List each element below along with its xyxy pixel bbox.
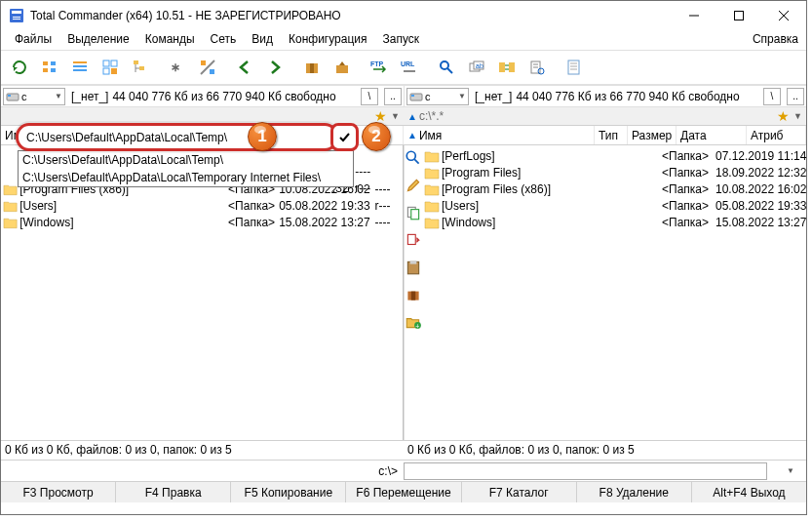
address-input-value: C:\Users\Default\AppData\Local\Temp\ (26, 131, 227, 144)
file-row[interactable]: [Program Files]<Папка>18.09.2022 12:32r-… (422, 164, 806, 180)
view-brief-icon[interactable] (35, 53, 64, 82)
svg-rect-27 (310, 63, 314, 73)
search-icon[interactable] (405, 149, 422, 167)
address-input-highlighted[interactable]: C:\Users\Default\AppData\Local\Temp\ (16, 123, 338, 151)
annotation-badge-2: 2 (362, 122, 391, 151)
svg-point-50 (406, 151, 415, 160)
new-folder-icon[interactable]: + (405, 313, 422, 331)
right-pathbar[interactable]: ▲ c:\*.* ★ ▼ (404, 106, 806, 126)
search-icon[interactable] (432, 53, 461, 82)
minimize-button[interactable] (672, 1, 716, 30)
svg-rect-18 (111, 68, 117, 74)
file-name: [Users] (442, 199, 635, 213)
forward-icon[interactable] (260, 53, 290, 82)
col-type[interactable]: Тип (595, 126, 628, 144)
dropdown-item[interactable]: C:\Users\Default\AppData\Local\Temporary… (19, 169, 353, 186)
fn-altf4[interactable]: Alt+F4 Выход (692, 482, 806, 502)
right-drive-letter: c (425, 91, 431, 102)
pack-icon[interactable] (405, 286, 422, 303)
menu-launch[interactable]: Запуск (375, 30, 428, 50)
left-drive-combo[interactable]: c ▼ (3, 88, 65, 105)
col-attr[interactable]: Атриб (747, 126, 806, 144)
file-row[interactable]: [Windows]<Папка>15.08.2022 13:27---- (1, 214, 403, 230)
url-icon[interactable]: URL (395, 53, 424, 82)
left-root-button[interactable]: \ (361, 88, 378, 105)
menu-help[interactable]: Справка (745, 30, 806, 50)
chevron-down-icon[interactable]: ▼ (793, 111, 802, 121)
right-up-button[interactable]: .. (787, 88, 804, 105)
file-row[interactable]: [Program Files (x86)]<Папка>10.08.2022 1… (422, 180, 806, 197)
left-drivebar: c ▼ [_нет_] 44 040 776 Кб из 66 770 940 … (1, 85, 404, 106)
right-root-button[interactable]: \ (763, 88, 781, 105)
copy-icon[interactable] (405, 204, 422, 221)
address-dropdown[interactable]: C:\Users\Default\AppData\Local\Temp\ C:\… (18, 150, 354, 187)
unpack-icon[interactable] (328, 53, 357, 82)
col-name[interactable]: ▲Имя (404, 126, 595, 144)
menu-config[interactable]: Конфигурация (281, 30, 375, 50)
edit-icon[interactable] (405, 177, 422, 194)
refresh-icon[interactable] (5, 53, 34, 82)
clipboard-icon[interactable] (405, 259, 422, 276)
menu-view[interactable]: Вид (244, 30, 281, 50)
svg-rect-56 (410, 260, 417, 263)
file-date: 15.08.2022 13:27 (715, 216, 806, 229)
address-confirm-checkbox[interactable] (330, 123, 359, 151)
file-date: 18.09.2022 12:32 (715, 166, 806, 180)
file-row[interactable]: [PerfLogs]<Папка>07.12.2019 11:14---- (422, 147, 806, 164)
fn-f3[interactable]: F3 Просмотр (1, 482, 116, 502)
back-icon[interactable] (230, 53, 259, 82)
dropdown-item[interactable]: C:\Users\Default\AppData\Local\Temp\ (19, 151, 353, 169)
col-date[interactable]: Дата (677, 126, 747, 144)
right-pane[interactable]: [PerfLogs]<Папка>07.12.2019 11:14----[Pr… (422, 145, 806, 440)
star-icon[interactable]: ★ (777, 108, 790, 124)
left-up-button[interactable]: .. (384, 88, 402, 105)
invert-icon[interactable] (193, 53, 222, 82)
ftp-icon[interactable]: FTP (365, 53, 394, 82)
move-icon[interactable] (405, 231, 422, 249)
copy-names-icon[interactable] (522, 53, 552, 82)
view-thumbs-icon[interactable] (96, 53, 125, 82)
menu-commands[interactable]: Команды (137, 30, 203, 50)
file-size: <Папка> (662, 216, 715, 229)
chevron-down-icon[interactable]: ▼ (391, 111, 400, 121)
drive-c-icon (409, 90, 423, 103)
app-window: Total Commander (x64) 10.51 - НЕ ЗАРЕГИС… (0, 0, 807, 515)
svg-rect-10 (51, 61, 56, 65)
sync-icon[interactable] (492, 53, 522, 82)
svg-text:∗: ∗ (171, 60, 180, 74)
maximize-button[interactable] (716, 1, 761, 30)
fn-f7[interactable]: F7 Каталог (462, 482, 577, 502)
rename-icon[interactable]: ab (462, 53, 491, 82)
file-name: [Windows] (442, 216, 635, 229)
file-size: <Папка> (662, 199, 715, 213)
command-input[interactable] (404, 462, 767, 480)
file-name: [Users] (19, 199, 202, 213)
right-drive-combo[interactable]: c ▼ (406, 88, 469, 105)
file-row[interactable]: [Users]<Папка>05.08.2022 19:33r--- (1, 197, 403, 214)
file-row[interactable]: [Users]<Папка>05.08.2022 19:33r--- (422, 197, 806, 214)
tree-icon[interactable] (126, 53, 155, 82)
window-title: Total Commander (x64) 10.51 - НЕ ЗАРЕГИС… (30, 9, 672, 22)
close-button[interactable] (761, 1, 806, 30)
fn-f8[interactable]: F8 Удаление (577, 482, 692, 502)
svg-rect-8 (43, 61, 48, 65)
notepad-icon[interactable] (560, 53, 589, 82)
view-full-icon[interactable] (65, 53, 95, 82)
file-size: <Папка> (662, 166, 715, 180)
menu-net[interactable]: Сеть (203, 30, 245, 50)
chevron-down-icon[interactable]: ▼ (787, 466, 802, 475)
file-row[interactable]: [Windows]<Папка>15.08.2022 13:27---- (422, 214, 806, 230)
menu-files[interactable]: Файлы (7, 30, 59, 50)
right-drivebar: c ▼ [_нет_] 44 040 776 Кб из 66 770 940 … (404, 85, 806, 106)
fn-f6[interactable]: F6 Перемещение (346, 482, 461, 502)
menu-selection[interactable]: Выделение (59, 30, 137, 50)
svg-rect-47 (8, 95, 11, 97)
col-size[interactable]: Размер (628, 126, 677, 144)
svg-rect-49 (411, 95, 414, 97)
pack-icon[interactable] (297, 53, 327, 82)
svg-rect-25 (210, 69, 214, 74)
fn-f5[interactable]: F5 Копирование (231, 482, 346, 502)
svg-rect-2 (13, 17, 20, 18)
fn-f4[interactable]: F4 Правка (116, 482, 231, 502)
show-all-icon[interactable]: ∗ (163, 53, 192, 82)
